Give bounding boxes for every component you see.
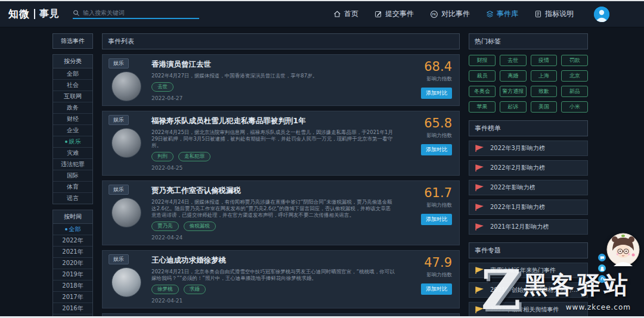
red-flag-icon xyxy=(475,203,485,211)
event-title[interactable]: 贾乃亮工作室否认偷税漏税 xyxy=(151,186,395,196)
hot-tag[interactable]: 苹果 xyxy=(469,101,496,113)
category-filter-item[interactable]: 违法犯罪 xyxy=(53,159,92,170)
right-panel: 热门标签 财报去世疫情罚款裁员离婚上海北京冬奥会警方通报致歉新品苹果起诉美国小米… xyxy=(469,33,588,318)
hot-tag[interactable]: 北京 xyxy=(561,70,588,82)
event-tags: 贾乃亮偷税漏税 xyxy=(151,222,395,231)
time-filter-item[interactable]: 2022年 xyxy=(53,235,92,247)
hot-tag[interactable]: 新品 xyxy=(561,86,588,97)
event-tag[interactable]: 求婚 xyxy=(184,285,206,294)
add-compare-button[interactable]: 添加对比 xyxy=(421,88,452,99)
hot-tag[interactable]: 美国 xyxy=(531,101,558,113)
search-box xyxy=(73,10,199,19)
category-filter-item[interactable]: 娱乐 xyxy=(53,136,92,148)
ranking-label: 2021年12月影响力榜 xyxy=(490,223,549,231)
red-flag-icon xyxy=(475,183,485,192)
hot-tag[interactable]: 裁员 xyxy=(469,70,496,82)
event-photo xyxy=(112,267,141,297)
add-compare-button[interactable]: 添加对比 xyxy=(421,144,452,155)
ranking-row[interactable]: 2022年1月影响力榜 xyxy=(469,199,588,215)
category-filter-item[interactable]: 灾难 xyxy=(53,148,92,159)
metrics-doc-icon xyxy=(534,10,542,18)
category-filter-item[interactable]: 国际 xyxy=(53,170,92,182)
event-tag[interactable]: 判刑 xyxy=(151,152,174,161)
hot-tag[interactable]: 起诉 xyxy=(500,101,527,113)
category-filter-item[interactable]: 企业 xyxy=(53,125,92,136)
event-tag[interactable]: 贾乃亮 xyxy=(151,222,179,231)
time-filter-item[interactable]: 全部 xyxy=(53,224,92,235)
event-date: 2022-04-27 xyxy=(151,95,395,101)
event-card[interactable]: 娱乐 贾乃亮工作室否认偷税漏税 2022年4月24日，据媒体报道，有传闻称贾乃亮… xyxy=(102,180,460,245)
nav-submit-event[interactable]: 提交事件 xyxy=(374,9,414,19)
content-area: 筛选事件 按分类 全部社会互联网政务财经企业娱乐灾难违法犯罪国际体育谣言 按时间… xyxy=(52,33,589,318)
nav-metrics-doc[interactable]: 指标说明 xyxy=(534,9,574,19)
nav-compare-event[interactable]: PK 对比事件 xyxy=(430,9,470,19)
ranking-row[interactable]: 2021年12月影响力榜 xyxy=(469,219,588,235)
event-card[interactable]: 娱乐 福禄寿乐队成员杜雪儿犯走私毒品罪被判刑1年 2022年4月25日，据北京法… xyxy=(102,111,460,176)
mascot-avatar[interactable] xyxy=(606,233,640,266)
hot-tag[interactable]: 离婚 xyxy=(500,70,527,82)
event-card[interactable]: 娱乐 王心迪成功求婚徐梦桃 2022年4月21日，北京冬奥会自由式滑雪空中技巧冠… xyxy=(102,250,460,308)
event-card-left: 娱乐 xyxy=(109,58,144,101)
ranking-row[interactable]: 2022年3月影响力榜 xyxy=(469,141,588,156)
qq-icon[interactable] xyxy=(598,264,606,272)
nav-submit-event-label: 提交事件 xyxy=(385,9,414,19)
event-title[interactable]: 王心迪成功求婚徐梦桃 xyxy=(151,255,395,266)
topic-row[interactable]: 2021年创始人及CEO相关热门事件 xyxy=(469,282,588,298)
submit-event-icon xyxy=(374,10,382,18)
event-card[interactable]: 娱乐 香港演员曾江去世 2022年4月27日，据媒体报道，中国香港资深演员曾江去… xyxy=(102,54,460,106)
svg-text:PK: PK xyxy=(432,13,436,16)
user-avatar[interactable] xyxy=(594,7,609,22)
page: 知微 事見 首页 提交事件 PK 对比事件 xyxy=(0,0,644,318)
hot-tag[interactable]: 财报 xyxy=(469,55,496,66)
event-title[interactable]: 香港演员曾江去世 xyxy=(151,60,395,70)
time-filter-item[interactable]: 2017年 xyxy=(53,292,92,303)
time-filter-item[interactable]: 2019年 xyxy=(53,269,92,280)
time-filter-item[interactable]: 2020年 xyxy=(53,258,92,269)
event-tag[interactable]: 徐梦桃 xyxy=(151,285,179,294)
ranking-row[interactable]: 2022年2月影响力榜 xyxy=(469,160,588,176)
category-filter-item[interactable]: 财经 xyxy=(53,114,92,125)
nav-home[interactable]: 首页 xyxy=(333,9,358,19)
event-photo xyxy=(112,128,141,158)
event-card-body: 香港演员曾江去世 2022年4月27日，据媒体报道，中国香港资深演员曾江去世，享… xyxy=(151,58,395,101)
event-tag[interactable]: 偷税漏税 xyxy=(184,222,216,231)
time-filter-item[interactable]: 2018年 xyxy=(53,280,92,292)
event-tag[interactable]: 走私犯罪 xyxy=(178,152,210,161)
hot-tag[interactable]: 冬奥会 xyxy=(469,86,496,97)
nav-event-library[interactable]: 事件库 xyxy=(486,9,518,19)
hot-tag[interactable]: 警方通报 xyxy=(500,86,527,97)
hot-tag[interactable]: 去世 xyxy=(500,55,527,66)
category-filter-item[interactable]: 社会 xyxy=(53,80,92,91)
message-icon[interactable] xyxy=(598,254,606,261)
hot-tags-panel: 热门标签 财报去世疫情罚款裁员离婚上海北京冬奥会警方通报致歉新品苹果起诉美国小米 xyxy=(469,33,588,113)
topbar: 知微 事見 首页 提交事件 PK 对比事件 xyxy=(0,1,644,27)
logo-divider xyxy=(34,9,35,19)
hot-tag[interactable]: 致歉 xyxy=(531,86,558,97)
ranking-label: 2022年1月影响力榜 xyxy=(490,203,545,211)
category-filter-item[interactable]: 政务 xyxy=(53,102,92,114)
hot-tag[interactable]: 疫情 xyxy=(531,55,558,66)
category-filter-item[interactable]: 全部 xyxy=(53,68,92,80)
ranking-row[interactable]: 2022年影响力榜 xyxy=(469,180,588,195)
hot-tag[interactable]: 小米 xyxy=(561,101,588,113)
hot-tag[interactable]: 上海 xyxy=(531,70,558,82)
category-filter-item[interactable]: 体育 xyxy=(53,182,92,193)
event-tag[interactable]: 去世 xyxy=(151,82,174,92)
category-filter-item[interactable]: 谣言 xyxy=(53,193,92,204)
category-filter-item[interactable]: 互联网 xyxy=(53,91,92,102)
event-card-right: 65.8 影响力指数 添加对比 xyxy=(402,115,452,171)
time-filter-item[interactable]: 2016年 xyxy=(53,303,92,314)
hot-tag[interactable]: 罚款 xyxy=(561,55,588,66)
red-flag-icon xyxy=(475,223,485,231)
influence-score-value: 47.9 xyxy=(424,257,452,269)
service-icon[interactable] xyxy=(598,275,606,283)
event-date: 2022-04-25 xyxy=(151,165,395,171)
search-input[interactable] xyxy=(83,10,199,16)
event-title[interactable]: 福禄寿乐队成员杜雪儿犯走私毒品罪被判刑1年 xyxy=(151,116,395,126)
topic-row[interactable]: 蜜雪冰城近年来热门事件 xyxy=(469,263,588,278)
add-compare-button[interactable]: 添加对比 xyxy=(421,283,452,295)
app-logo[interactable]: 知微 事見 xyxy=(8,7,60,21)
time-filter-item[interactable]: 2021年 xyxy=(53,247,92,258)
topic-row[interactable]: 2022年银行相关舆情事件 xyxy=(469,302,588,317)
add-compare-button[interactable]: 添加对比 xyxy=(421,214,452,225)
